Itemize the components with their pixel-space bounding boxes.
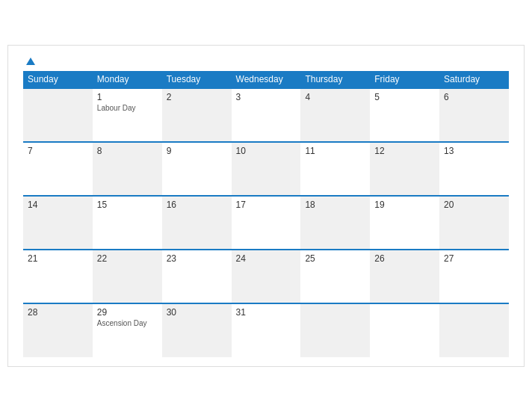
- calendar-day: 12: [370, 142, 439, 196]
- logo-triangle-icon: [26, 58, 35, 65]
- day-number: 29: [97, 307, 158, 318]
- day-number: 11: [305, 146, 365, 156]
- calendar-day: [370, 303, 439, 357]
- weekday-header-monday: Monday: [93, 71, 162, 88]
- calendar-day: 9: [162, 142, 232, 196]
- calendar-day: 13: [439, 142, 509, 196]
- day-number: 20: [444, 200, 504, 210]
- day-number: 15: [97, 200, 158, 210]
- calendar-day: 30: [162, 303, 232, 357]
- day-number: 5: [374, 92, 435, 102]
- calendar-day: 15: [93, 196, 162, 250]
- calendar-day: 10: [232, 142, 301, 196]
- day-number: 26: [374, 253, 435, 264]
- day-number: 14: [28, 200, 88, 210]
- calendar-day: 31: [232, 303, 301, 357]
- calendar-day: 19: [370, 196, 439, 250]
- day-number: 21: [28, 253, 88, 264]
- day-number: 4: [305, 92, 365, 102]
- calendar-day: 3: [232, 88, 301, 142]
- calendar-day: 2: [162, 88, 232, 142]
- calendar-day: 27: [439, 250, 509, 303]
- day-number: 12: [374, 146, 435, 156]
- calendar-day: 7: [23, 142, 93, 196]
- calendar-week-2: 78910111213: [23, 142, 509, 196]
- calendar-day: 14: [23, 196, 93, 250]
- calendar-day: 16: [162, 196, 232, 250]
- day-number: 18: [305, 200, 365, 210]
- calendar-day: 6: [439, 88, 509, 142]
- day-number: 6: [444, 92, 504, 102]
- calendar-day: 22: [93, 250, 162, 303]
- calendar-day: [439, 303, 509, 357]
- weekday-header-wednesday: Wednesday: [232, 71, 301, 88]
- calendar-day: 24: [232, 250, 301, 303]
- calendar-body: 1Labour Day23456789101112131415161718192…: [23, 88, 509, 357]
- calendar-week-1: 1Labour Day23456: [23, 88, 509, 142]
- day-number: 3: [236, 92, 297, 102]
- day-number: 7: [28, 146, 88, 156]
- day-number: 23: [167, 253, 227, 264]
- calendar-header: [23, 58, 509, 65]
- day-number: 9: [167, 146, 227, 156]
- day-number: 16: [167, 200, 227, 210]
- logo-blue-text: [23, 58, 35, 65]
- day-number: 10: [236, 146, 297, 156]
- weekday-header-tuesday: Tuesday: [162, 71, 232, 88]
- calendar-day: 1Labour Day: [93, 88, 162, 142]
- weekday-header-sunday: Sunday: [23, 71, 93, 88]
- calendar-day: 23: [162, 250, 232, 303]
- weekday-header-row: SundayMondayTuesdayWednesdayThursdayFrid…: [23, 71, 509, 88]
- logo: [23, 58, 35, 65]
- calendar-header-row: SundayMondayTuesdayWednesdayThursdayFrid…: [23, 71, 509, 88]
- holiday-label: Labour Day: [97, 104, 158, 112]
- calendar-week-5: 2829Ascension Day3031: [23, 303, 509, 357]
- calendar-day: 4: [300, 88, 370, 142]
- day-number: 27: [444, 253, 504, 264]
- calendar-day: [300, 303, 370, 357]
- day-number: 19: [374, 200, 435, 210]
- calendar-day: 11: [300, 142, 370, 196]
- calendar-day: 28: [23, 303, 93, 357]
- weekday-header-thursday: Thursday: [300, 71, 370, 88]
- day-number: 28: [28, 307, 88, 318]
- calendar-day: 17: [232, 196, 301, 250]
- weekday-header-friday: Friday: [370, 71, 439, 88]
- day-number: 1: [97, 92, 158, 102]
- calendar-day: 29Ascension Day: [93, 303, 162, 357]
- calendar-day: 26: [370, 250, 439, 303]
- day-number: 31: [236, 307, 297, 318]
- day-number: 2: [167, 92, 227, 102]
- calendar-day: 20: [439, 196, 509, 250]
- calendar-day: 8: [93, 142, 162, 196]
- day-number: 24: [236, 253, 297, 264]
- day-number: 30: [167, 307, 227, 318]
- calendar-week-3: 14151617181920: [23, 196, 509, 250]
- day-number: 17: [236, 200, 297, 210]
- calendar-day: [23, 88, 93, 142]
- day-number: 25: [305, 253, 365, 264]
- calendar-day: 21: [23, 250, 93, 303]
- calendar-day: 18: [300, 196, 370, 250]
- calendar-container: SundayMondayTuesdayWednesdayThursdayFrid…: [7, 45, 525, 367]
- day-number: 13: [444, 146, 504, 156]
- calendar-day: 5: [370, 88, 439, 142]
- calendar-table: SundayMondayTuesdayWednesdayThursdayFrid…: [23, 71, 509, 357]
- holiday-label: Ascension Day: [97, 319, 158, 327]
- calendar-day: 25: [300, 250, 370, 303]
- day-number: 8: [97, 146, 158, 156]
- day-number: 22: [97, 253, 158, 264]
- calendar-week-4: 21222324252627: [23, 250, 509, 303]
- weekday-header-saturday: Saturday: [439, 71, 509, 88]
